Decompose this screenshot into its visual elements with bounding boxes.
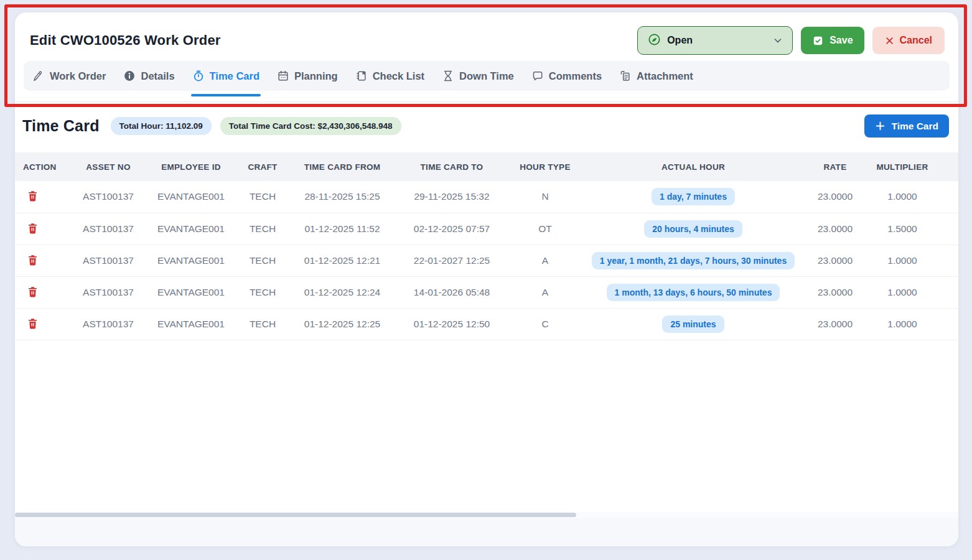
header-actions: Open Save: [637, 26, 945, 55]
tab-planning[interactable]: Planning: [277, 61, 338, 91]
asset-no-cell: AST100137: [72, 213, 144, 245]
craft-cell: TECH: [238, 308, 287, 340]
delete-row-button[interactable]: [26, 316, 40, 332]
craft-cell: TECH: [238, 276, 287, 308]
actual-hour-pill: 1 month, 13 days, 6 hours, 50 minutes: [607, 284, 780, 301]
rate-cell: 23.0000: [803, 181, 867, 213]
tab-label: Details: [141, 70, 174, 82]
col-craft: CRAFT: [238, 152, 287, 181]
multiplier-cell: 1.5000: [867, 213, 937, 245]
employee-id-cell: EVANTAGE001: [144, 276, 238, 308]
card-header: Edit CWO100526 Work Order Open: [15, 12, 958, 102]
time-card-from-cell: 01-12-2025 11:52: [287, 213, 397, 245]
actual-hour-cell: 25 minutes: [584, 308, 803, 340]
status-open-icon: [648, 33, 661, 48]
adder-cell: 2.0000: [937, 213, 958, 245]
action-cell: [15, 213, 72, 245]
tab-comments[interactable]: Comments: [531, 61, 602, 91]
tab-down-time[interactable]: Down Time: [442, 61, 514, 91]
time-card-to-cell: 01-12-2025 12:50: [397, 308, 507, 340]
actual-hour-pill: 1 year, 1 month, 21 days, 7 hours, 30 mi…: [592, 252, 795, 269]
hour-type-cell: A: [507, 276, 584, 308]
page-title: Edit CWO100526 Work Order: [30, 32, 221, 49]
actual-hour-cell: 1 month, 13 days, 6 hours, 50 minutes: [584, 276, 803, 308]
tab-time-card[interactable]: Time Card: [192, 61, 259, 91]
title-row: Edit CWO100526 Work Order Open: [24, 26, 950, 55]
section-title: Time Card: [22, 117, 100, 135]
info-icon: [123, 70, 136, 82]
add-time-card-label: Time Card: [891, 121, 938, 132]
time-card-from-cell: 01-12-2025 12:24: [287, 276, 397, 308]
time-card-to-cell: 02-12-2025 07:57: [397, 213, 507, 245]
employee-id-cell: EVANTAGE001: [144, 245, 238, 276]
col-asset-no: ASSET NO: [72, 152, 144, 181]
col-rate: RATE: [803, 152, 867, 181]
trash-icon: [27, 286, 38, 298]
tab-attachment[interactable]: Attachment: [619, 61, 693, 91]
tab-label: Down Time: [459, 70, 514, 82]
col-time-card-from: TIME CARD FROM: [287, 152, 397, 181]
tab-label: Time Card: [210, 70, 259, 82]
rate-cell: 23.0000: [803, 213, 867, 245]
page: Edit CWO100526 Work Order Open: [0, 0, 972, 560]
delete-row-button[interactable]: [26, 253, 40, 268]
calendar-icon: [277, 70, 289, 82]
actual-hour-pill: 20 hours, 4 minutes: [644, 220, 742, 238]
delete-row-button[interactable]: [26, 189, 40, 204]
table-row: AST100137 EVANTAGE001 TECH 01-12-2025 12…: [15, 245, 958, 276]
actual-hour-cell: 20 hours, 4 minutes: [584, 213, 803, 245]
delete-row-button[interactable]: [26, 221, 40, 236]
hourglass-icon: [442, 70, 454, 82]
col-adder: ADDER: [937, 152, 958, 181]
actual-hour-cell: 1 day, 7 minutes: [584, 181, 803, 213]
save-button[interactable]: Save: [801, 27, 864, 54]
time-card-to-cell: 22-01-2027 12:25: [397, 245, 507, 276]
employee-id-cell: EVANTAGE001: [144, 181, 238, 213]
trash-icon: [27, 190, 38, 202]
scrollbar-thumb[interactable]: [15, 513, 576, 517]
col-hour-type: HOUR TYPE: [507, 152, 584, 181]
time-card-to-cell: 29-11-2025 15:32: [397, 181, 507, 213]
trash-icon: [27, 223, 38, 235]
total-cost-badge: Total Time Card Cost: $2,430,306,548.948: [220, 117, 401, 135]
rate-cell: 23.0000: [803, 245, 867, 276]
status-dropdown[interactable]: Open: [637, 26, 793, 55]
tab-bar: Work Order Details Time Card: [24, 61, 950, 91]
total-hour-badge: Total Hour: 11,102.09: [111, 117, 212, 135]
asset-no-cell: AST100137: [72, 308, 144, 340]
tab-work-order[interactable]: Work Order: [32, 61, 106, 91]
col-actual-hour: ACTUAL HOUR: [584, 152, 803, 181]
trash-icon: [27, 254, 38, 266]
time-card-from-cell: 28-11-2025 15:25: [287, 181, 397, 213]
asset-no-cell: AST100137: [72, 181, 144, 213]
actual-hour-pill: 25 minutes: [662, 315, 724, 333]
adder-cell: .0000: [937, 181, 958, 213]
adder-cell: 1.0000: [937, 245, 958, 276]
action-cell: [15, 308, 72, 340]
cancel-button[interactable]: Cancel: [872, 27, 945, 54]
col-action: ACTION: [15, 152, 72, 181]
action-cell: [15, 245, 72, 276]
cancel-label: Cancel: [900, 35, 932, 46]
checklist-icon: [355, 70, 368, 82]
adder-cell: 1.0000: [937, 276, 958, 308]
actual-hour-pill: 1 day, 7 minutes: [652, 188, 735, 205]
trash-icon: [27, 318, 38, 330]
close-icon: [885, 36, 894, 45]
delete-row-button[interactable]: [26, 284, 40, 300]
col-multiplier: MULTIPLIER: [867, 152, 937, 181]
time-card-to-cell: 14-01-2026 05:48: [397, 276, 507, 308]
time-card-table: ACTION ASSET NO EMPLOYEE ID CRAFT TIME C…: [15, 152, 958, 340]
rate-cell: 23.0000: [803, 276, 867, 308]
table-row: AST100137 EVANTAGE001 TECH 01-12-2025 11…: [15, 213, 958, 245]
tab-details[interactable]: Details: [123, 61, 174, 91]
plus-icon: [875, 121, 886, 131]
asset-no-cell: AST100137: [72, 276, 144, 308]
table-header-row: ACTION ASSET NO EMPLOYEE ID CRAFT TIME C…: [15, 152, 958, 181]
add-time-card-button[interactable]: Time Card: [864, 114, 949, 138]
horizontal-scrollbar[interactable]: [15, 512, 958, 518]
status-label: Open: [667, 35, 693, 46]
tab-check-list[interactable]: Check List: [355, 61, 424, 91]
card-footer: [15, 518, 958, 546]
attachment-icon: [619, 70, 632, 82]
